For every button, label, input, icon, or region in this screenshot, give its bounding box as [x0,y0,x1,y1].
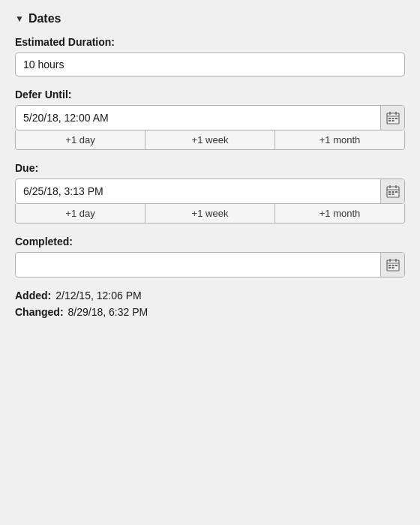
due-plus-day-button[interactable]: +1 day [16,204,146,223]
due-plus-week-button[interactable]: +1 week [146,204,275,223]
defer-until-input-row [15,105,405,130]
due-calendar-button[interactable] [380,179,404,203]
completed-input-row [15,252,405,278]
defer-until-plus-week-button[interactable]: +1 week [146,130,275,149]
svg-rect-15 [395,191,398,193]
due-group: Due: +1 day +1 week +1 month [15,162,405,224]
due-input[interactable] [16,180,380,202]
defer-until-calendar-button[interactable] [380,106,404,130]
svg-rect-4 [388,118,391,119]
svg-rect-8 [392,120,394,122]
svg-rect-26 [392,267,394,268]
svg-rect-16 [388,194,391,195]
svg-rect-25 [388,267,391,268]
svg-rect-14 [392,191,394,193]
svg-rect-17 [392,194,394,195]
svg-rect-7 [388,120,391,122]
due-plus-month-button[interactable]: +1 month [275,204,404,223]
due-input-row [15,178,405,204]
svg-rect-24 [395,265,398,266]
changed-label: Changed: [15,306,64,318]
completed-input[interactable] [16,254,380,276]
estimated-duration-input[interactable] [16,53,404,76]
svg-rect-5 [392,118,394,119]
defer-until-group: Defer Until: +1 day +1 week +1 month [15,88,405,150]
defer-until-increment-row: +1 day +1 week +1 month [15,130,405,150]
changed-value: 8/29/18, 6:32 PM [68,306,148,318]
estimated-duration-input-row [15,52,405,76]
defer-until-plus-day-button[interactable]: +1 day [16,130,146,149]
due-label: Due: [15,162,405,174]
changed-row: Changed: 8/29/18, 6:32 PM [15,306,405,318]
estimated-duration-group: Estimated Duration: [15,36,405,76]
due-increment-row: +1 day +1 week +1 month [15,204,405,224]
section-header: ▼ Dates [15,12,405,26]
svg-rect-22 [388,265,391,266]
defer-until-input[interactable] [16,106,380,129]
svg-rect-23 [392,265,394,266]
completed-label: Completed: [15,236,405,248]
completed-group: Completed: [15,236,405,278]
estimated-duration-label: Estimated Duration: [15,36,405,48]
completed-calendar-button[interactable] [380,253,404,277]
svg-rect-6 [395,118,398,119]
section-title: Dates [28,12,62,26]
defer-until-label: Defer Until: [15,88,405,100]
added-row: Added: 2/12/15, 12:06 PM [15,290,405,302]
added-value: 2/12/15, 12:06 PM [56,290,141,302]
collapse-triangle-icon[interactable]: ▼ [15,14,24,24]
defer-until-plus-month-button[interactable]: +1 month [275,130,404,149]
added-label: Added: [15,290,51,302]
svg-rect-13 [388,191,391,193]
